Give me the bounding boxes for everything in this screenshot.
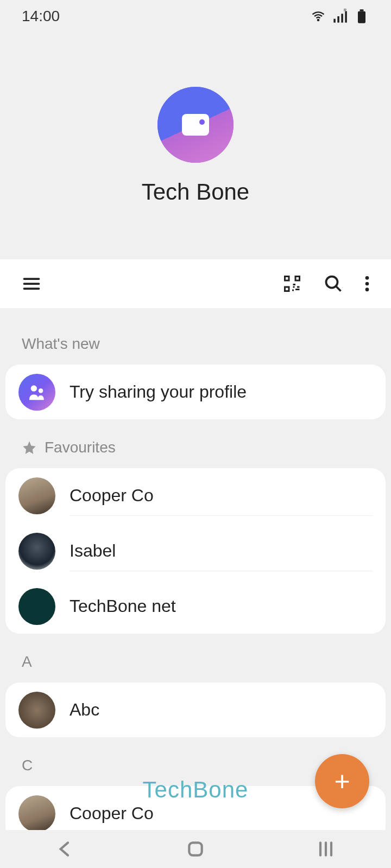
svg-point-13 [365, 276, 369, 280]
wifi-icon [311, 9, 326, 24]
avatar [18, 533, 55, 570]
share-profile-icon [18, 374, 55, 411]
svg-rect-7 [360, 9, 364, 11]
svg-rect-3 [341, 14, 343, 22]
status-bar: 14:00 R [0, 0, 391, 33]
svg-rect-6 [358, 11, 365, 23]
favourites-card: Cooper Co Isabel TechBone net [5, 468, 386, 634]
contact-item-techbone[interactable]: TechBone net [5, 579, 386, 634]
recents-icon[interactable] [315, 838, 337, 860]
more-icon[interactable] [365, 274, 369, 293]
contact-name: Isabel [70, 541, 373, 561]
section-a-header: A [0, 637, 391, 679]
svg-line-12 [336, 286, 341, 291]
add-contact-fab[interactable]: + [315, 754, 369, 808]
section-c-label: C [22, 757, 33, 774]
svg-point-15 [365, 288, 369, 291]
svg-rect-2 [337, 16, 339, 23]
svg-point-17 [39, 388, 43, 393]
contact-item-cooper[interactable]: Cooper Co [5, 468, 386, 524]
contact-name: Try sharing your profile [70, 382, 373, 402]
star-icon [22, 440, 37, 455]
watermark: TechBone [143, 777, 249, 803]
whats-new-header: What's new [0, 308, 391, 361]
toolbar [0, 259, 391, 308]
profile-header: Tech Bone [0, 33, 391, 259]
favourites-label: Favourites [45, 439, 116, 456]
contact-name: Cooper Co [70, 486, 373, 506]
svg-rect-4 [345, 11, 347, 23]
search-icon[interactable] [324, 274, 343, 293]
home-icon[interactable] [185, 838, 206, 860]
svg-point-16 [31, 385, 37, 391]
svg-text:R: R [344, 9, 346, 12]
favourites-header: Favourites [0, 423, 391, 465]
svg-rect-1 [333, 19, 336, 23]
try-sharing-item[interactable]: Try sharing your profile [5, 365, 386, 419]
contact-name: Abc [70, 700, 373, 720]
status-time: 14:00 [22, 8, 60, 25]
qr-icon[interactable] [282, 274, 302, 293]
whats-new-card: Try sharing your profile [5, 365, 386, 419]
contact-name: Cooper Co [70, 803, 373, 824]
section-a-label: A [22, 653, 32, 671]
status-icons: R [311, 9, 369, 24]
profile-name: Tech Bone [142, 179, 249, 205]
battery-icon [354, 9, 369, 24]
svg-point-0 [318, 20, 319, 21]
avatar [18, 795, 55, 832]
section-a-card: Abc [5, 682, 386, 737]
whats-new-label: What's new [22, 335, 100, 353]
signal-icon: R [332, 9, 348, 24]
svg-point-14 [365, 282, 369, 286]
back-icon[interactable] [54, 838, 76, 860]
avatar [18, 477, 55, 514]
contact-item-abc[interactable]: Abc [5, 682, 386, 737]
avatar [18, 588, 55, 625]
contact-item-isabel[interactable]: Isabel [5, 524, 386, 579]
contact-name: TechBone net [70, 596, 373, 616]
menu-icon[interactable] [22, 274, 41, 293]
camera-icon [182, 114, 209, 136]
plus-icon: + [334, 765, 350, 797]
svg-rect-18 [189, 843, 201, 855]
profile-avatar[interactable] [157, 87, 234, 163]
svg-point-11 [326, 277, 338, 288]
avatar [18, 692, 55, 729]
nav-bar [0, 830, 391, 868]
